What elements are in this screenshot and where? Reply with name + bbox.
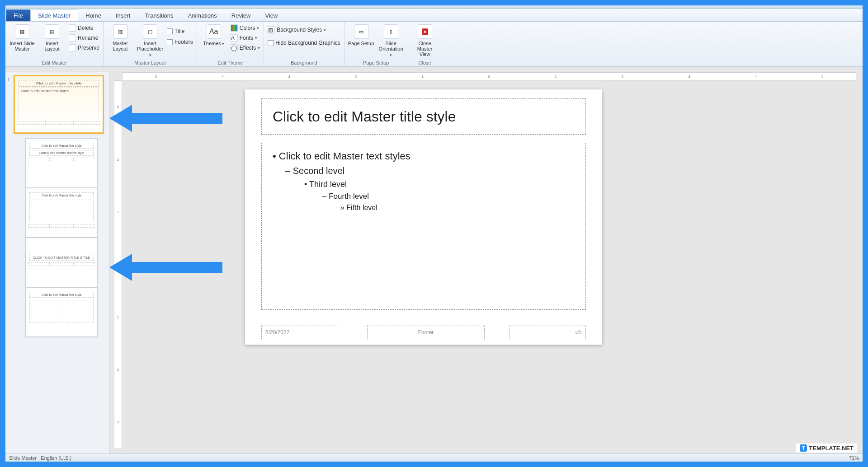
page-setup-label: Page Setup: [348, 41, 374, 46]
insert-slide-master-label: Insert Slide Master: [9, 41, 35, 51]
tab-home[interactable]: Home: [78, 9, 108, 21]
bg-styles-label: Background Styles: [277, 27, 322, 33]
master-layout-button[interactable]: ▥ Master Layout: [107, 23, 133, 51]
thumb-sub: Click to edit Master subtitle style: [29, 150, 94, 156]
svg-marker-1: [109, 254, 222, 281]
content-placeholder[interactable]: Click to edit Master text styles Second …: [261, 143, 586, 310]
insert-layout-label: Insert Layout: [39, 41, 65, 51]
insert-layout-button[interactable]: ▤ Insert Layout: [39, 23, 65, 51]
group-master-layout: ▥ Master Layout ▢ Insert Placeholder Tit…: [104, 22, 197, 66]
fonts-button[interactable]: AFonts: [231, 33, 260, 42]
slide-orientation-button[interactable]: ▯ Slide Orientation: [378, 23, 404, 58]
svg-marker-0: [109, 105, 222, 132]
colors-icon: [231, 24, 238, 32]
status-zoom[interactable]: 71%: [849, 455, 859, 461]
tab-view[interactable]: View: [258, 9, 285, 21]
group-page-setup: ▭ Page Setup ▯ Slide Orientation Page Se…: [344, 22, 408, 66]
checkbox-icon: [167, 39, 173, 45]
footers-chk-label: Footers: [175, 39, 193, 45]
effects-icon: ◯: [231, 44, 238, 51]
hide-bg-label: Hide Background Graphics: [275, 40, 340, 46]
thumb-title: CLICK TO EDIT MASTER TITLE STYLE: [29, 255, 94, 261]
date-placeholder[interactable]: 6/28/2022: [261, 326, 338, 339]
tab-review[interactable]: Review: [224, 9, 258, 21]
layout-thumbnail-1[interactable]: Click to edit Master title style Click t…: [25, 138, 98, 188]
delete-icon: [69, 24, 76, 32]
group-edit-theme: Aa Themes Colors AFonts ◯Effects Edit Th…: [197, 22, 264, 66]
slide-canvas[interactable]: Click to edit Master title style Click t…: [245, 89, 602, 345]
watermark-icon: T: [800, 444, 807, 452]
rename-icon: [69, 34, 76, 42]
effects-label: Effects: [240, 45, 256, 51]
themes-label: Themes: [203, 41, 224, 47]
rename-label: Rename: [78, 35, 98, 41]
effects-button[interactable]: ◯Effects: [231, 43, 260, 52]
group-label-page-setup: Page Setup: [348, 59, 404, 65]
close-master-label: Close Master View: [412, 41, 438, 57]
themes-button[interactable]: Aa Themes: [201, 23, 227, 47]
watermark-text: TEMPLATE.NET: [809, 445, 854, 452]
layout-icon: ▤: [45, 24, 59, 39]
insert-placeholder-label: Insert Placeholder: [137, 41, 163, 58]
title-checkbox[interactable]: Title: [167, 27, 193, 35]
tab-file[interactable]: File: [6, 9, 30, 21]
footer-placeholder[interactable]: Footer: [367, 326, 485, 339]
group-label-edit-theme: Edit Theme: [201, 59, 260, 65]
thumb-body: Click to edit Master text styles: [19, 88, 99, 119]
horizontal-ruler: 54321012345: [122, 72, 856, 80]
preserve-label: Preserve: [78, 45, 99, 51]
thumb-title: Click to edit Master title style: [19, 80, 99, 87]
annotation-arrow-2: [109, 249, 222, 285]
group-close: ✕ Close Master View Close: [408, 22, 442, 66]
annotation-arrow-1: [109, 100, 222, 136]
fonts-icon: A: [231, 34, 238, 42]
tab-insert[interactable]: Insert: [108, 9, 138, 21]
close-master-view-button[interactable]: ✕ Close Master View: [412, 23, 438, 57]
thumb-title: Click to edit Master title style: [29, 143, 94, 149]
colors-label: Colors: [240, 25, 255, 31]
hide-background-checkbox[interactable]: Hide Background Graphics: [268, 39, 340, 47]
insert-placeholder-button[interactable]: ▢ Insert Placeholder: [137, 23, 163, 58]
group-label-close: Close: [412, 59, 438, 65]
preserve-button[interactable]: Preserve: [69, 43, 99, 52]
body-level-4: Fourth level: [322, 192, 575, 201]
fonts-label: Fonts: [240, 35, 253, 41]
tab-animations[interactable]: Animations: [181, 9, 224, 21]
orientation-label: Slide Orientation: [378, 41, 404, 58]
thumb-body: [29, 200, 94, 222]
thumb-number: 1: [7, 75, 14, 82]
layout-thumbnail-4[interactable]: Click to edit Master title style: [25, 287, 98, 337]
master-thumbnail[interactable]: Click to edit Master title style Click t…: [14, 75, 104, 134]
title-bar: [5, 5, 863, 9]
title-placeholder[interactable]: Click to edit Master title style: [261, 98, 586, 135]
tab-transitions[interactable]: Transitions: [137, 9, 180, 21]
group-label-background: Background: [268, 59, 340, 65]
delete-label: Delete: [78, 25, 94, 31]
status-left: Slide Master English (U.S.): [9, 455, 71, 461]
themes-icon: Aa: [207, 24, 221, 39]
colors-button[interactable]: Colors: [231, 23, 260, 33]
layout-thumbnail-3[interactable]: CLICK TO EDIT MASTER TITLE STYLE: [25, 238, 98, 287]
tab-slide-master[interactable]: Slide Master: [30, 9, 78, 21]
checkbox-icon: [268, 40, 274, 46]
page-setup-button[interactable]: ▭ Page Setup: [348, 23, 374, 46]
group-label-edit-master: Edit Master: [9, 59, 99, 65]
background-styles-icon: ▨: [268, 26, 275, 33]
layout-thumbnail-2[interactable]: Click to edit Master title style: [25, 188, 98, 238]
rename-button[interactable]: Rename: [69, 33, 99, 42]
slide-number-placeholder[interactable]: ‹#›: [509, 326, 586, 339]
delete-button[interactable]: Delete: [69, 23, 99, 33]
thumbnails-panel[interactable]: 1 Click to edit Master title style Click…: [5, 72, 109, 453]
status-bar: Slide Master English (U.S.) 71%: [5, 453, 863, 462]
checkbox-icon: [167, 28, 173, 34]
thumb-title: Click to edit Master title style: [29, 292, 94, 298]
insert-slide-master-button[interactable]: ▦ Insert Slide Master: [9, 23, 35, 51]
background-styles-button[interactable]: ▨Background Styles: [268, 25, 340, 34]
group-background: ▨Background Styles Hide Background Graph…: [264, 22, 344, 66]
master-layout-icon: ▥: [113, 24, 127, 39]
footers-checkbox[interactable]: Footers: [167, 38, 193, 46]
page-setup-icon: ▭: [354, 24, 368, 39]
group-label-master-layout: Master Layout: [107, 59, 193, 65]
group-edit-master: ▦ Insert Slide Master ▤ Insert Layout De…: [5, 22, 104, 66]
body-level-2: Second level: [285, 166, 575, 176]
